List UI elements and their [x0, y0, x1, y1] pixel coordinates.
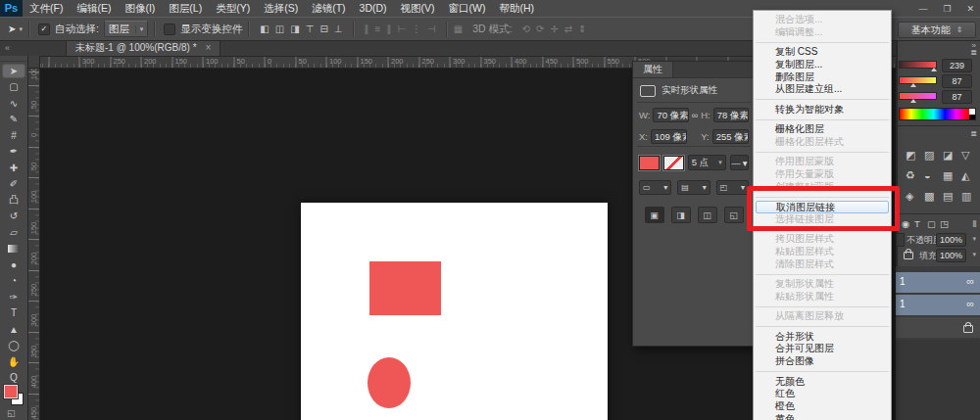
r-value-field[interactable]: 239: [942, 59, 972, 72]
g-slider-track[interactable]: [899, 76, 937, 84]
b-slider-track[interactable]: [899, 92, 937, 100]
adjustment-icon[interactable]: ◈: [906, 190, 913, 203]
quick-mask-icon[interactable]: ◱: [7, 408, 16, 418]
context-menu-item[interactable]: 合并可见图层: [754, 343, 891, 355]
stroke-color-swatch[interactable]: [663, 156, 684, 170]
eyedropper-tool[interactable]: ✒: [2, 144, 25, 159]
align-bottom-edges-icon[interactable]: ⊥: [334, 23, 343, 34]
x-field[interactable]: 109 像素: [651, 129, 687, 144]
red-ellipse-shape[interactable]: [368, 357, 411, 408]
distribute-horizontal-icon[interactable]: ⋮: [412, 23, 421, 34]
context-menu-item[interactable]: 从图层建立组...: [754, 83, 891, 96]
ellipse-tool[interactable]: ◯: [2, 338, 25, 352]
pathfinder-subtract-button[interactable]: ◫: [698, 207, 717, 223]
filter-smart-objects-icon[interactable]: ◳: [940, 218, 949, 229]
context-menu-item[interactable]: 橙色: [754, 400, 891, 413]
slider-thumb-icon[interactable]: [910, 99, 916, 103]
align-right-edges-icon[interactable]: ◨: [290, 23, 299, 34]
auto-align-layers-icon[interactable]: ▦: [454, 23, 463, 34]
3d-scale-icon[interactable]: ⇕: [578, 23, 586, 34]
panel-collapse-icon[interactable]: «: [0, 43, 15, 53]
fill-color-swatch[interactable]: [639, 156, 660, 170]
adjustment-icon[interactable]: ◩: [906, 149, 915, 162]
lasso-tool[interactable]: ∿: [2, 96, 25, 111]
blend-mode-dropdown-partial[interactable]: [896, 233, 905, 247]
adjustment-icon[interactable]: ▨: [924, 149, 934, 162]
tab-close-icon[interactable]: ×: [206, 42, 212, 53]
menubar-item[interactable]: 3D(D): [353, 0, 394, 17]
adjustments-panel-menu-icon[interactable]: ≣: [970, 129, 977, 138]
distribute-vertical-icon[interactable]: ≡: [375, 23, 381, 34]
context-menu-item[interactable]: 栅格化图层: [754, 123, 891, 136]
layer-row-background[interactable]: [896, 317, 980, 338]
stroke-alignment-select[interactable]: ▭▾: [639, 180, 671, 195]
distribute-top-icon[interactable]: ∥: [365, 23, 369, 34]
align-horizontal-centers-icon[interactable]: ◫: [275, 23, 284, 34]
auto-select-checkbox[interactable]: ✓: [38, 23, 50, 35]
tool-preset-caret-icon[interactable]: ▾: [19, 25, 23, 33]
fill-value[interactable]: 100%: [936, 249, 966, 262]
zoom-tool[interactable]: Q: [2, 370, 25, 385]
type-tool[interactable]: T: [2, 305, 25, 320]
lock-icon[interactable]: [904, 252, 913, 259]
3d-drag-icon[interactable]: ✛: [550, 23, 558, 34]
pathfinder-combine-button[interactable]: ◨: [671, 207, 691, 223]
menubar-item[interactable]: 滤镜(T): [305, 0, 352, 17]
align-top-edges-icon[interactable]: ⊤: [306, 23, 315, 34]
chevron-down-icon[interactable]: ▾: [972, 235, 976, 243]
opacity-value[interactable]: 100%: [936, 233, 966, 247]
adjustment-icon[interactable]: ▤: [943, 190, 953, 203]
slider-thumb-icon[interactable]: [931, 68, 937, 71]
distribute-left-icon[interactable]: ⊢: [397, 23, 406, 34]
pen-tool[interactable]: ✑: [2, 290, 25, 304]
g-value-field[interactable]: 87: [942, 74, 972, 88]
filter-toggle-icon[interactable]: ▮: [972, 218, 977, 228]
slider-thumb-icon[interactable]: [910, 83, 916, 87]
tab-properties[interactable]: 属性: [633, 62, 673, 77]
minimize-button[interactable]: —: [918, 4, 927, 14]
adjustment-icon[interactable]: ◭: [961, 169, 969, 182]
filter-shape-layers-icon[interactable]: ▢: [927, 218, 936, 229]
link-dimensions-icon[interactable]: ∞: [692, 111, 698, 120]
menubar-item[interactable]: 编辑(E): [70, 0, 118, 17]
height-field[interactable]: 78 像素: [713, 108, 749, 122]
red-rectangle-shape[interactable]: [369, 261, 441, 315]
width-field[interactable]: 70 像素: [653, 108, 688, 122]
y-field[interactable]: 255 像素: [712, 129, 749, 144]
filter-type-layers-icon[interactable]: T: [914, 218, 920, 229]
menubar-item[interactable]: 帮助(H): [493, 0, 542, 17]
stroke-corners-select[interactable]: ◰▾: [716, 180, 749, 195]
context-menu-item[interactable]: 黄色: [754, 413, 891, 420]
move-tool[interactable]: ➤: [2, 64, 25, 78]
context-menu-item[interactable]: 红色: [754, 388, 891, 400]
quick-selection-tool[interactable]: ✎: [2, 112, 25, 126]
pathfinder-intersect-button[interactable]: ◱: [724, 207, 744, 223]
dodge-tool[interactable]: ◔: [2, 273, 25, 288]
rectangular-marquee-tool[interactable]: ▢: [2, 79, 25, 94]
document-tab[interactable]: 未标题-1 @ 100%(RGB/8) * ×: [66, 39, 220, 56]
toolbar-grip[interactable]: [0, 56, 27, 62]
adjustment-icon[interactable]: ◒: [924, 169, 931, 181]
crop-tool[interactable]: #: [2, 128, 25, 143]
pathfinder-new-layer-button[interactable]: ▣: [645, 207, 664, 223]
canvas-document[interactable]: [301, 203, 608, 420]
adjustment-icon[interactable]: ♻: [906, 169, 915, 182]
context-menu-item[interactable]: 转换为智能对象: [754, 104, 891, 117]
align-left-edges-icon[interactable]: ◧: [260, 23, 269, 34]
eraser-tool[interactable]: ▱: [2, 225, 25, 240]
stroke-width-dropdown[interactable]: 5 点 ▾: [688, 155, 726, 170]
menubar-item[interactable]: 图像(I): [118, 0, 162, 17]
adjustment-icon[interactable]: ◪: [943, 149, 953, 162]
filter-pixel-layers-icon[interactable]: ◉: [902, 218, 909, 229]
move-tool-icon[interactable]: ➤: [8, 23, 16, 34]
clone-stamp-tool[interactable]: 凸: [2, 193, 25, 208]
3d-rotate-icon[interactable]: ⟲: [522, 23, 530, 34]
layer-row[interactable]: 1∞: [896, 272, 980, 293]
context-menu-item[interactable]: 无颜色: [754, 376, 891, 389]
context-menu-item[interactable]: 拼合图像: [754, 355, 891, 368]
context-menu-item[interactable]: 删除图层: [754, 71, 891, 84]
vertical-ruler[interactable]: 10050050100150200250300350400450: [27, 68, 40, 420]
auto-select-target-dropdown[interactable]: 图层 ▾: [104, 21, 149, 37]
adjustment-icon[interactable]: ▥: [961, 190, 971, 203]
menubar-item[interactable]: 图层(L): [162, 0, 209, 17]
